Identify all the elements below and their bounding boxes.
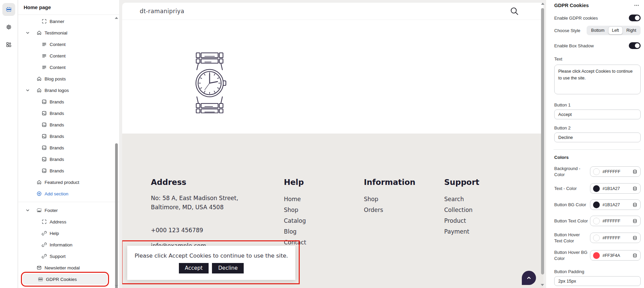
- color-picker-button-hover-bg-color[interactable]: #FF3F4A: [590, 250, 641, 261]
- tree-item-label: Featured product: [45, 180, 79, 185]
- tree-item-label: Content: [50, 42, 65, 47]
- chevron-down-icon[interactable]: [25, 208, 30, 213]
- scroll-down-arrow-icon[interactable]: [115, 285, 118, 287]
- button1-field-label: Button 1: [554, 102, 641, 107]
- ellipsis-icon[interactable]: [634, 3, 639, 8]
- scroll-to-top-button[interactable]: [522, 271, 536, 285]
- sidebar-scrollbar-thumb[interactable]: [115, 143, 118, 288]
- tree-item-footer[interactable]: Footer: [22, 205, 113, 216]
- tree-item-add-section[interactable]: Add section: [22, 188, 113, 199]
- footer-link-shop[interactable]: Shop: [284, 205, 364, 215]
- tree-item-banner[interactable]: Banner: [22, 16, 113, 27]
- tree-item-content[interactable]: Content: [22, 50, 113, 61]
- color-picker-text-color[interactable]: #1B1A27: [590, 183, 641, 194]
- text-lines-icon: [42, 42, 47, 47]
- enable-gdpr-label: Enable GDPR cookies: [554, 16, 598, 21]
- style-option-bottom[interactable]: Bottom: [587, 26, 608, 34]
- color-picker-button-hover-text-color[interactable]: #FFFFFF: [590, 233, 641, 243]
- tree-item-gdpr-cookies[interactable]: GDPR Cookies: [23, 274, 107, 285]
- tree-item-brands[interactable]: Brands: [22, 131, 113, 142]
- sidebar-scrollbar[interactable]: [114, 16, 119, 288]
- tree-item-blog-posts[interactable]: Blog posts: [22, 73, 113, 84]
- tree-item-brands[interactable]: Brands: [22, 165, 113, 176]
- sidebar-title: Home page: [18, 0, 119, 15]
- footer-link-catalog[interactable]: Catalog: [284, 215, 364, 226]
- footer-link-collection[interactable]: Collection: [444, 205, 543, 215]
- tree-item-brands[interactable]: Brands: [22, 96, 113, 107]
- tree-item-label: Newsletter modal: [45, 265, 80, 270]
- tree-item-brands[interactable]: Brands: [22, 108, 113, 119]
- home-icon: [36, 30, 42, 35]
- footer-link-orders[interactable]: Orders: [364, 205, 444, 215]
- link-icon: [42, 242, 47, 247]
- rail-sections-button[interactable]: [2, 3, 15, 16]
- settings-panel: GDPR Cookies Enable GDPR cookies Choose …: [546, 0, 644, 288]
- tree-item-help[interactable]: Help: [22, 228, 113, 239]
- button2-text-input[interactable]: [554, 133, 641, 142]
- preview-scrollbar[interactable]: [540, 0, 545, 288]
- tree-item-featured-product[interactable]: Featured product: [22, 177, 113, 188]
- tree-item-label: Brand logos: [45, 88, 69, 93]
- color-picker-button-text-color[interactable]: #FFFFFF: [590, 216, 641, 226]
- tree-item-label: Brands: [50, 145, 64, 150]
- scroll-up-arrow-icon[interactable]: [115, 17, 118, 19]
- decline-cookies-button[interactable]: Decline: [212, 263, 244, 273]
- color-row-background-color: Background - Color#FFFFFF: [554, 166, 641, 177]
- color-hex-value: #1B1A27: [602, 202, 632, 207]
- plus-circle-icon: [36, 191, 42, 196]
- enable-box-shadow-toggle[interactable]: [629, 42, 641, 49]
- gdpr-banner-highlight: Please click Accept Cookies to continue …: [122, 240, 300, 284]
- button1-text-input[interactable]: [554, 110, 641, 119]
- choose-style-label: Choose Style: [554, 28, 580, 33]
- footer-link-shop[interactable]: Shop: [364, 194, 444, 205]
- footer-link-search[interactable]: Search: [444, 194, 543, 205]
- rail-apps-button[interactable]: [2, 38, 15, 51]
- tree-item-label: Brands: [50, 157, 64, 162]
- panel-divider: [554, 149, 641, 150]
- tree-item-brands[interactable]: Brands: [22, 154, 113, 165]
- button-padding-label: Button Padding: [554, 269, 641, 274]
- style-option-right[interactable]: Right: [623, 26, 640, 34]
- enable-gdpr-toggle[interactable]: [629, 15, 641, 21]
- color-swatch: [593, 235, 600, 241]
- color-picker-button-bg-color[interactable]: #1B1A27: [590, 199, 641, 210]
- tree-item-content[interactable]: Content: [22, 62, 113, 73]
- footer-link-blog[interactable]: Blog: [284, 226, 364, 237]
- color-row-button-text-color: Button Text Color#FFFFFF: [554, 216, 641, 226]
- cookie-text-input[interactable]: [554, 65, 641, 94]
- tree-item-brand-logos[interactable]: Brand logos: [22, 85, 113, 96]
- chevron-down-icon[interactable]: [25, 30, 30, 35]
- color-row-button-bg-color: Button BG Color#1B1A27: [554, 199, 641, 210]
- footer-link-home[interactable]: Home: [284, 194, 364, 205]
- footer-link-product[interactable]: Product: [444, 215, 543, 226]
- rail-settings-button[interactable]: [2, 21, 15, 33]
- scroll-down-arrow-icon[interactable]: [541, 284, 544, 286]
- footer-link-payment[interactable]: Payment: [444, 226, 543, 237]
- preview-scrollbar-thumb[interactable]: [541, 8, 544, 274]
- tree-item-recently-purchased[interactable]: Recently purchased: [22, 285, 113, 288]
- scroll-up-arrow-icon[interactable]: [541, 3, 544, 5]
- tree-item-testimonial[interactable]: Testimonial: [22, 27, 113, 38]
- tree-item-address[interactable]: Address: [22, 216, 113, 227]
- tree-item-label: Testimonial: [45, 30, 68, 35]
- gear-icon: [6, 24, 12, 30]
- style-option-left[interactable]: Left: [608, 26, 623, 34]
- text-lines-icon: [42, 65, 47, 70]
- store-title: dt-ramanipriya: [140, 8, 184, 15]
- footer-icon: [36, 208, 42, 213]
- tree-item-newsletter-modal[interactable]: Newsletter modal: [22, 262, 113, 273]
- tree-item-content[interactable]: Content: [22, 39, 113, 50]
- home-icon: [36, 76, 42, 81]
- search-icon[interactable]: [510, 6, 519, 16]
- footer-phone: +000 123 456789: [151, 227, 284, 234]
- tree-item-information[interactable]: Information: [22, 239, 113, 250]
- button-padding-input[interactable]: [554, 276, 641, 286]
- accept-cookies-button[interactable]: Accept: [179, 263, 209, 273]
- tree-item-brands[interactable]: Brands: [22, 119, 113, 130]
- color-picker-background-color[interactable]: #FFFFFF: [590, 166, 641, 177]
- chevron-down-icon[interactable]: [25, 88, 30, 93]
- color-row-label: Background - Color: [554, 166, 589, 177]
- image-icon: [42, 157, 47, 162]
- tree-item-brands[interactable]: Brands: [22, 142, 113, 153]
- tree-item-support[interactable]: Support: [22, 251, 113, 262]
